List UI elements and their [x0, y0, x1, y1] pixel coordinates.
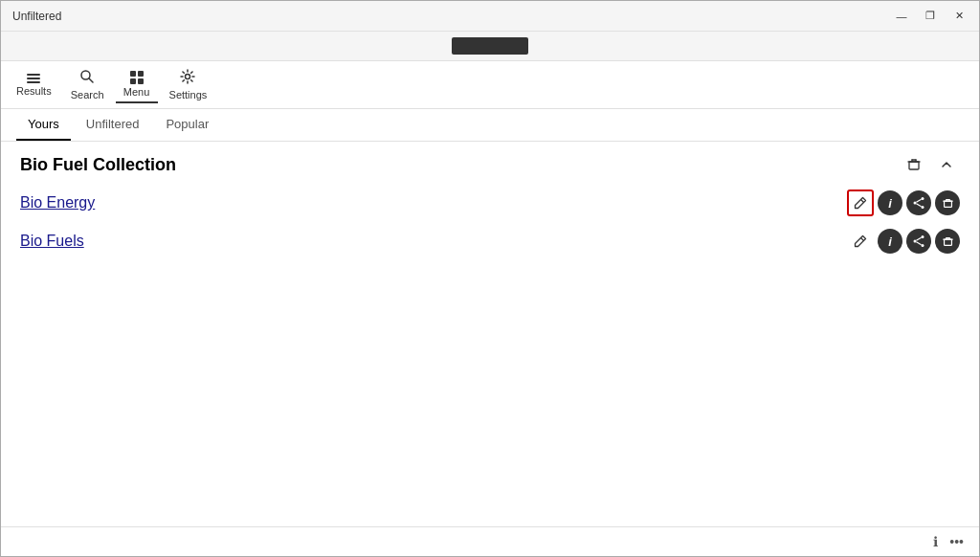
- item-name-bio-energy[interactable]: Bio Energy: [20, 194, 95, 212]
- app-title: Unfiltered: [9, 10, 61, 23]
- trash-icon-dark: [943, 198, 953, 209]
- info-button-bio-fuels[interactable]: i: [878, 229, 902, 254]
- window-controls: — ❐ ✕: [889, 7, 971, 26]
- toolbar-search[interactable]: Search: [63, 65, 112, 104]
- delete-button-bio-energy[interactable]: [935, 190, 960, 215]
- toolbar-settings-label: Settings: [169, 89, 208, 100]
- list-item-bio-energy: Bio Energy i: [16, 184, 964, 222]
- results-icon: [27, 74, 40, 83]
- search-icon: [79, 69, 95, 87]
- svg-rect-3: [909, 162, 919, 169]
- tab-unfiltered[interactable]: Unfiltered: [75, 109, 151, 141]
- item-actions-bio-energy: i: [847, 189, 960, 216]
- info-status-icon[interactable]: ℹ: [933, 534, 938, 549]
- delete-button-bio-fuels[interactable]: [935, 229, 960, 254]
- toolbar: Results Search Menu Settings: [1, 61, 979, 109]
- titlebar: Unfiltered — ❐ ✕: [1, 1, 979, 32]
- main-content: Bio Fuel Collection: [1, 142, 979, 555]
- gear-icon: [180, 69, 195, 87]
- share-icon: [912, 234, 925, 248]
- toolbar-results[interactable]: Results: [9, 70, 59, 100]
- trash-icon: [907, 158, 921, 171]
- share-icon: [912, 196, 925, 210]
- share-button-bio-fuels[interactable]: [906, 229, 931, 254]
- info-button-bio-energy[interactable]: i: [878, 190, 902, 215]
- info-icon: i: [888, 196, 892, 211]
- edit-button-bio-energy[interactable]: [847, 189, 874, 216]
- share-button-bio-energy[interactable]: [906, 190, 931, 215]
- svg-point-2: [186, 75, 190, 79]
- minimize-button[interactable]: —: [889, 7, 914, 26]
- restore-button[interactable]: ❐: [918, 7, 943, 26]
- svg-point-21: [922, 244, 924, 247]
- toolbar-search-label: Search: [71, 89, 104, 100]
- svg-line-19: [861, 238, 864, 241]
- svg-line-1: [89, 78, 93, 82]
- svg-line-12: [916, 199, 921, 202]
- svg-rect-25: [944, 239, 951, 245]
- toolbar-results-label: Results: [16, 85, 52, 97]
- svg-line-23: [916, 237, 921, 240]
- list-item-bio-fuels: Bio Fuels i: [16, 222, 964, 260]
- svg-rect-14: [944, 201, 951, 207]
- pencil-icon: [854, 234, 867, 248]
- tab-yours[interactable]: Yours: [16, 109, 71, 141]
- pencil-icon: [854, 196, 867, 210]
- more-options-icon[interactable]: •••: [949, 534, 964, 549]
- search-input-display[interactable]: [452, 37, 528, 55]
- delete-collection-button[interactable]: [901, 151, 927, 178]
- statusbar: ℹ •••: [1, 526, 979, 555]
- item-actions-bio-fuels: i: [847, 228, 960, 255]
- svg-point-9: [922, 197, 924, 200]
- info-icon: i: [888, 234, 892, 249]
- trash-icon-dark: [943, 236, 953, 247]
- svg-point-22: [914, 240, 917, 243]
- searchbar-area: [1, 32, 979, 61]
- toolbar-settings[interactable]: Settings: [162, 65, 215, 104]
- svg-point-11: [914, 202, 917, 205]
- svg-line-13: [916, 204, 921, 207]
- svg-point-10: [922, 206, 924, 209]
- tabs: Yours Unfiltered Popular: [1, 109, 979, 142]
- svg-line-8: [861, 200, 864, 203]
- collection-title: Bio Fuel Collection: [20, 155, 176, 175]
- item-name-bio-fuels[interactable]: Bio Fuels: [20, 233, 84, 250]
- svg-point-20: [922, 235, 924, 238]
- close-button[interactable]: ✕: [947, 7, 971, 26]
- toolbar-menu[interactable]: Menu: [116, 67, 158, 103]
- toolbar-menu-label: Menu: [123, 86, 150, 98]
- collapse-collection-button[interactable]: [933, 151, 960, 178]
- menu-icon: [130, 71, 144, 84]
- collection-header: Bio Fuel Collection: [16, 142, 964, 184]
- tab-popular[interactable]: Popular: [154, 109, 220, 141]
- svg-line-24: [916, 242, 921, 245]
- edit-button-bio-fuels[interactable]: [847, 228, 874, 255]
- collections-list: Bio Fuel Collection: [1, 142, 979, 260]
- collection-header-actions: [901, 151, 960, 178]
- chevron-up-icon: [940, 158, 953, 171]
